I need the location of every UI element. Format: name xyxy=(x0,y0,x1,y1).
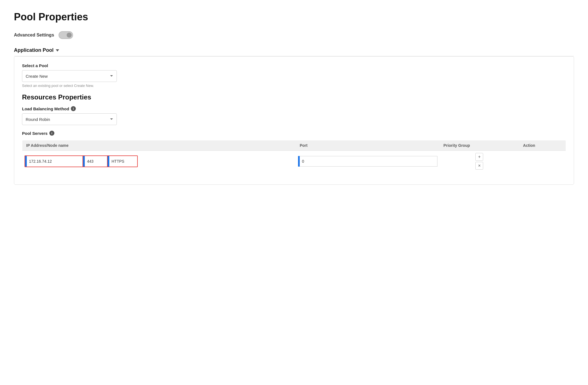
application-pool-chevron-icon xyxy=(56,49,59,52)
priority-cell-wrapper xyxy=(298,156,437,167)
pool-servers-table: IP Address/Node name Port Priority Group… xyxy=(22,140,566,172)
select-pool-group: Select a Pool Create New Pool-1 Pool-2 S… xyxy=(22,63,566,88)
select-pool-dropdown[interactable]: Create New Pool-1 Pool-2 xyxy=(22,70,117,82)
select-pool-hint: Select an existing pool or select Create… xyxy=(22,84,566,88)
col-priority-header: Priority Group xyxy=(440,140,519,151)
priority-input[interactable] xyxy=(300,156,437,167)
col-action-header: Action xyxy=(519,140,566,151)
add-row-button[interactable]: + xyxy=(475,153,483,161)
pool-servers-thead: IP Address/Node name Port Priority Group… xyxy=(22,140,566,151)
col-port-header: Port xyxy=(296,140,440,151)
col-ip-header: IP Address/Node name xyxy=(22,140,296,151)
action-cell: + × xyxy=(440,151,519,172)
load-balancing-dropdown[interactable]: Round Robin Least Connections IP Hash xyxy=(22,113,117,125)
pool-servers-tbody: 172.16.74.12 xyxy=(22,151,566,172)
port-segment xyxy=(85,156,107,167)
protocol-select[interactable]: HTTPS HTTP TCP xyxy=(109,156,137,167)
load-balancing-label: Load Balancing Method i xyxy=(22,106,566,111)
advanced-settings-row: Advanced Settings xyxy=(14,31,574,39)
pool-servers-header-row: IP Address/Node name Port Priority Group… xyxy=(22,140,566,151)
resources-properties-title: Resources Properties xyxy=(22,93,566,101)
application-pool-title: Application Pool xyxy=(14,47,54,53)
load-balancing-group: Load Balancing Method i Round Robin Leas… xyxy=(22,106,566,125)
advanced-settings-label: Advanced Settings xyxy=(14,33,54,38)
ip-segment: 172.16.74.12 xyxy=(25,156,83,167)
page-title: Pool Properties xyxy=(14,11,574,23)
pool-servers-info-icon[interactable]: i xyxy=(49,131,54,136)
ip-cell: 172.16.74.12 xyxy=(22,151,296,172)
application-pool-header[interactable]: Application Pool xyxy=(14,47,574,56)
load-balancing-info-icon[interactable]: i xyxy=(71,106,76,111)
select-pool-label: Select a Pool xyxy=(22,63,566,68)
action-buttons: + × xyxy=(442,153,517,170)
pool-servers-group: Pool Servers i IP Address/Node name Port… xyxy=(22,131,566,172)
protocol-segment: HTTPS HTTP TCP xyxy=(109,156,137,167)
advanced-settings-toggle[interactable] xyxy=(59,31,73,39)
table-row: 172.16.74.12 xyxy=(22,151,566,172)
remove-row-button[interactable]: × xyxy=(475,162,483,170)
priority-cell xyxy=(296,151,440,172)
port-input[interactable] xyxy=(85,156,107,167)
application-pool-card: Select a Pool Create New Pool-1 Pool-2 S… xyxy=(14,56,574,185)
ip-address-select[interactable]: 172.16.74.12 xyxy=(27,156,83,167)
pool-servers-label: Pool Servers i xyxy=(22,131,566,136)
